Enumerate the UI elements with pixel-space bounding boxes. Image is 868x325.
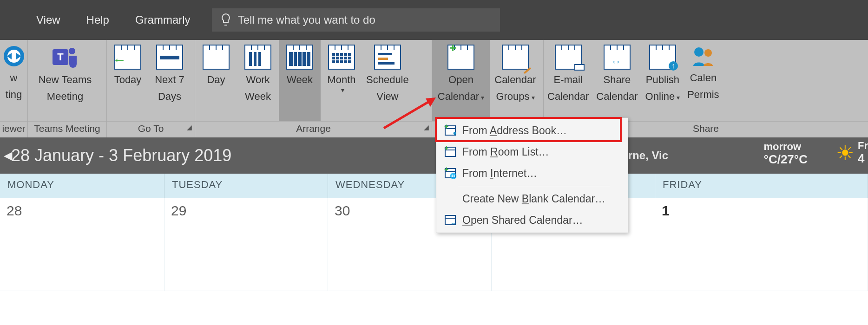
day-button[interactable]: Day: [195, 40, 237, 121]
create-blank-calendar-item[interactable]: Create New Blank Calendar…: [436, 188, 628, 209]
teams-icon: T: [51, 45, 79, 70]
email-label-2: Calendar: [547, 90, 589, 103]
cell-mon[interactable]: 28: [0, 198, 164, 291]
internet-label: From Internet…: [462, 167, 537, 180]
teamviewer-button[interactable]: w ting: [0, 40, 27, 121]
svg-point-7: [69, 48, 75, 54]
day-label: Day: [207, 73, 225, 86]
next7-label-2: Days: [158, 90, 181, 103]
groups-label-2: Groups: [496, 91, 529, 102]
svg-point-8: [694, 47, 704, 57]
ribbon-group-goto: ← Today Next 7 Days Go To◢: [107, 40, 195, 137]
lightbulb-icon: [220, 13, 231, 27]
email-calendar-button[interactable]: E-mail Calendar: [544, 40, 592, 121]
open-shared-calendar-item[interactable]: ↔ Open Shared Calendar…: [436, 209, 628, 231]
today-icon: ←: [114, 45, 141, 70]
month-icon: [328, 45, 355, 70]
menu-grammarly[interactable]: Grammarly: [122, 9, 204, 31]
menu-view[interactable]: View: [23, 9, 73, 31]
groups-dropdown-icon[interactable]: ▾: [532, 94, 535, 101]
new-teams-meeting-button[interactable]: T New Teams Meeting: [28, 40, 102, 121]
group-label-teamviewer: iewer: [0, 121, 27, 137]
workweek-icon: [244, 45, 271, 70]
month-dropdown-icon[interactable]: ▾: [341, 86, 344, 94]
share-calendar-button[interactable]: ↔ Share Calendar: [592, 40, 641, 121]
next7-label-1: Next 7: [155, 73, 184, 86]
perm-label-1: Calen: [690, 72, 717, 84]
calendar-permissions-button[interactable]: Calen Permis: [684, 40, 723, 121]
publish-icon: ↑: [649, 45, 676, 70]
perm-label-2: Permis: [687, 88, 719, 101]
ribbon-group-arrange: Day Work Week Week: [195, 40, 432, 137]
menu-help[interactable]: Help: [73, 9, 122, 31]
week-label: Week: [287, 73, 313, 86]
next7days-button[interactable]: Next 7 Days: [149, 40, 191, 121]
month-button[interactable]: Month ▾: [321, 40, 362, 121]
calendar-header-row: MONDAY TUESDAY WEDNESDAY FRIDAY: [0, 174, 868, 198]
shared-calendar-icon: ↔: [442, 215, 459, 225]
teamviewer-label-2: ting: [6, 88, 22, 101]
dropdown-separator: [458, 186, 610, 186]
header-monday: MONDAY: [0, 174, 164, 198]
tomorrow-temp: °C/27°C: [764, 152, 808, 167]
from-room-list-item[interactable]: + From Room List…: [436, 141, 628, 162]
goto-launcher-icon[interactable]: ◢: [187, 124, 192, 131]
cell-tue[interactable]: 29: [164, 198, 328, 291]
publish-dropdown-icon[interactable]: ▾: [677, 94, 680, 101]
menu-bar: View Help Grammarly Tell me what you wan…: [0, 0, 868, 40]
shared-calendar-label: Open Shared Calendar…: [462, 214, 583, 227]
workweek-button[interactable]: Work Week: [237, 40, 279, 121]
group-label-goto: Go To◢: [107, 121, 195, 137]
from-internet-item[interactable]: +🌐 From Internet…: [436, 162, 628, 184]
publish-label-1: Publish: [646, 73, 679, 86]
tell-me-placeholder: Tell me what you want to do: [238, 13, 375, 26]
cell-fri[interactable]: 1: [655, 198, 868, 291]
ribbon: w ting iewer T New Teams Meeting Teams M…: [0, 40, 868, 137]
publish-label-2: Online: [645, 91, 675, 102]
next7-icon: [156, 45, 183, 70]
open-calendar-button[interactable]: + Open Calendar▾: [432, 40, 490, 121]
blank-calendar-label: Create New Blank Calendar…: [462, 193, 605, 205]
from-address-book-item[interactable]: +● From Address Book…: [436, 120, 628, 141]
internet-icon: +🌐: [442, 168, 459, 178]
share-label-1: Share: [604, 73, 631, 86]
workweek-label-1: Work: [246, 73, 270, 86]
open-calendar-dropdown: +● From Address Book… + From Room List… …: [436, 117, 628, 233]
teamviewer-icon: [2, 45, 26, 68]
groups-label-1: Calendar: [494, 73, 536, 86]
address-book-icon: +●: [442, 125, 459, 136]
calendar-groups-icon: [502, 45, 529, 70]
tomorrow-label: morrow: [764, 141, 808, 152]
people-icon: [690, 45, 716, 68]
header-tuesday: TUESDAY: [164, 174, 328, 198]
svg-point-9: [704, 49, 712, 57]
open-calendar-dropdown-icon[interactable]: ▾: [481, 94, 484, 101]
today-button[interactable]: ← Today: [107, 40, 149, 121]
workweek-label-2: Week: [245, 90, 271, 103]
tell-me-search[interactable]: Tell me what you want to do: [212, 8, 500, 32]
calendar-groups-button[interactable]: Calendar Groups▾: [490, 40, 541, 121]
room-list-label: From Room List…: [462, 146, 549, 158]
group-label-teams-meeting: Teams Meeting: [28, 121, 106, 137]
weather-friday[interactable]: ☀ Fr 4: [836, 140, 868, 166]
room-list-icon: +: [442, 147, 459, 157]
address-book-label: From Address Book…: [462, 124, 567, 137]
email-label-1: E-mail: [553, 73, 582, 86]
share-calendar-icon: ↔: [604, 45, 631, 70]
teams-label-1: New Teams: [39, 73, 92, 86]
weather-tomorrow[interactable]: morrow °C/27°C: [764, 141, 808, 167]
prev-week-button[interactable]: ◀: [0, 149, 8, 162]
share-label-2: Calendar: [596, 90, 638, 103]
open-cal-label-2: Calendar: [438, 91, 479, 102]
calendar-body-row: 28 29 30 1: [0, 198, 868, 291]
week-icon: [286, 45, 313, 70]
month-label: Month: [327, 73, 355, 86]
day-icon: [203, 45, 230, 70]
week-button[interactable]: Week: [279, 40, 321, 121]
publish-online-button[interactable]: ↑ Publish Online▾: [642, 40, 684, 121]
group-label-arrange: Arrange◢: [195, 121, 432, 137]
teams-label-2: Meeting: [47, 90, 83, 103]
arrange-launcher-icon[interactable]: ◢: [424, 124, 429, 131]
schedule-view-button[interactable]: Schedule View: [362, 40, 413, 121]
ribbon-group-teamviewer: w ting iewer: [0, 40, 28, 137]
